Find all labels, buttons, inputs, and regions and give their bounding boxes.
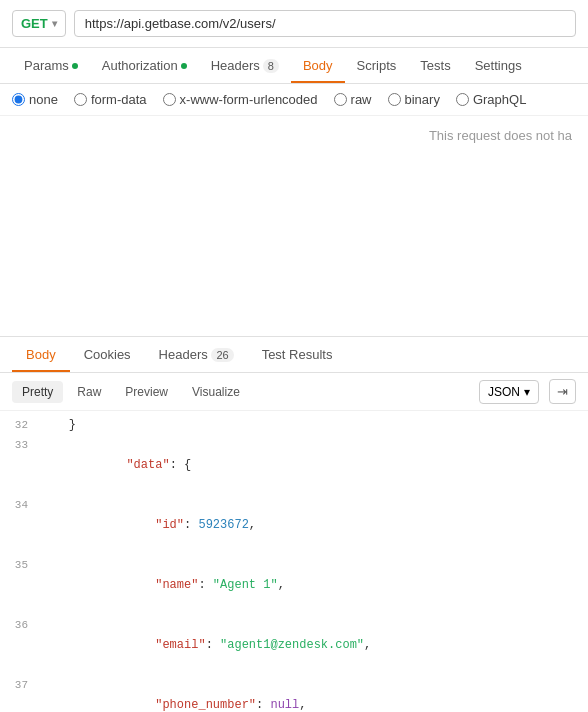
json-line-35: 35 "name": "Agent 1",	[0, 555, 588, 615]
format-pretty[interactable]: Pretty	[12, 381, 63, 403]
json-format-label: JSON	[488, 385, 520, 399]
option-none-label: none	[29, 92, 58, 107]
radio-binary[interactable]	[388, 93, 401, 106]
method-chevron: ▾	[52, 18, 57, 29]
option-binary-label: binary	[405, 92, 440, 107]
tab-headers[interactable]: Headers 8	[199, 48, 291, 83]
option-raw[interactable]: raw	[334, 92, 372, 107]
tab-tests[interactable]: Tests	[408, 48, 462, 83]
params-dot	[72, 63, 78, 69]
wrap-icon: ⇥	[557, 384, 568, 399]
option-raw-label: raw	[351, 92, 372, 107]
tab-authorization-label: Authorization	[102, 58, 178, 73]
url-input[interactable]	[74, 10, 576, 37]
method-select[interactable]: GET ▾	[12, 10, 66, 37]
response-tab-bar: Body Cookies Headers 26 Test Results	[0, 337, 588, 373]
option-form-data[interactable]: form-data	[74, 92, 147, 107]
line-content-33: "data": {	[40, 435, 584, 495]
no-body-area: This request does not ha	[0, 116, 588, 336]
line-content-36: "email": "agent1@zendesk.com",	[40, 615, 584, 675]
option-binary[interactable]: binary	[388, 92, 440, 107]
tab-scripts-label: Scripts	[357, 58, 397, 73]
tab-authorization[interactable]: Authorization	[90, 48, 199, 83]
resp-tab-cookies[interactable]: Cookies	[70, 337, 145, 372]
resp-tab-test-results[interactable]: Test Results	[248, 337, 347, 372]
response-section: Body Cookies Headers 26 Test Results Pre…	[0, 337, 588, 712]
option-none[interactable]: none	[12, 92, 58, 107]
option-form-data-label: form-data	[91, 92, 147, 107]
line-num-34: 34	[4, 495, 40, 515]
format-visualize[interactable]: Visualize	[182, 381, 250, 403]
radio-graphql[interactable]	[456, 93, 469, 106]
json-area: 32 } 33 "data": { 34 "id": 5923672, 35 "…	[0, 411, 588, 712]
tab-body-label: Body	[303, 58, 333, 73]
radio-urlencoded[interactable]	[163, 93, 176, 106]
line-content-37: "phone_number": null,	[40, 675, 584, 712]
json-format-chevron: ▾	[524, 385, 530, 399]
tab-body[interactable]: Body	[291, 48, 345, 83]
tab-scripts[interactable]: Scripts	[345, 48, 409, 83]
json-line-34: 34 "id": 5923672,	[0, 495, 588, 555]
method-label: GET	[21, 16, 48, 31]
resp-tab-test-results-label: Test Results	[262, 347, 333, 362]
resp-tab-cookies-label: Cookies	[84, 347, 131, 362]
wrap-button[interactable]: ⇥	[549, 379, 576, 404]
url-bar: GET ▾	[0, 0, 588, 48]
resp-headers-badge: 26	[211, 348, 233, 362]
json-line-36: 36 "email": "agent1@zendesk.com",	[0, 615, 588, 675]
resp-tab-body-label: Body	[26, 347, 56, 362]
option-graphql-label: GraphQL	[473, 92, 526, 107]
resp-tab-headers[interactable]: Headers 26	[145, 337, 248, 372]
tab-settings-label: Settings	[475, 58, 522, 73]
request-tab-bar: Params Authorization Headers 8 Body Scri…	[0, 48, 588, 84]
response-toolbar: Pretty Raw Preview Visualize JSON ▾ ⇥	[0, 373, 588, 411]
tab-settings[interactable]: Settings	[463, 48, 534, 83]
tab-headers-label: Headers	[211, 58, 260, 73]
no-body-message: This request does not ha	[429, 128, 572, 143]
line-num-37: 37	[4, 675, 40, 695]
radio-none[interactable]	[12, 93, 25, 106]
json-line-37: 37 "phone_number": null,	[0, 675, 588, 712]
line-num-36: 36	[4, 615, 40, 635]
tab-params-label: Params	[24, 58, 69, 73]
headers-badge: 8	[263, 59, 279, 73]
resp-tab-body[interactable]: Body	[12, 337, 70, 372]
option-urlencoded-label: x-www-form-urlencoded	[180, 92, 318, 107]
resp-tab-headers-label: Headers	[159, 347, 208, 362]
line-content-34: "id": 5923672,	[40, 495, 584, 555]
body-options: none form-data x-www-form-urlencoded raw…	[0, 84, 588, 116]
line-num-35: 35	[4, 555, 40, 575]
json-format-dropdown[interactable]: JSON ▾	[479, 380, 539, 404]
tab-params[interactable]: Params	[12, 48, 90, 83]
option-urlencoded[interactable]: x-www-form-urlencoded	[163, 92, 318, 107]
authorization-dot	[181, 63, 187, 69]
tab-tests-label: Tests	[420, 58, 450, 73]
json-line-32: 32 }	[0, 415, 588, 435]
radio-raw[interactable]	[334, 93, 347, 106]
json-line-33: 33 "data": {	[0, 435, 588, 495]
format-preview[interactable]: Preview	[115, 381, 178, 403]
radio-form-data[interactable]	[74, 93, 87, 106]
line-num-32: 32	[4, 415, 40, 435]
option-graphql[interactable]: GraphQL	[456, 92, 526, 107]
format-raw[interactable]: Raw	[67, 381, 111, 403]
line-content-35: "name": "Agent 1",	[40, 555, 584, 615]
line-content-32: }	[40, 415, 584, 435]
line-num-33: 33	[4, 435, 40, 455]
